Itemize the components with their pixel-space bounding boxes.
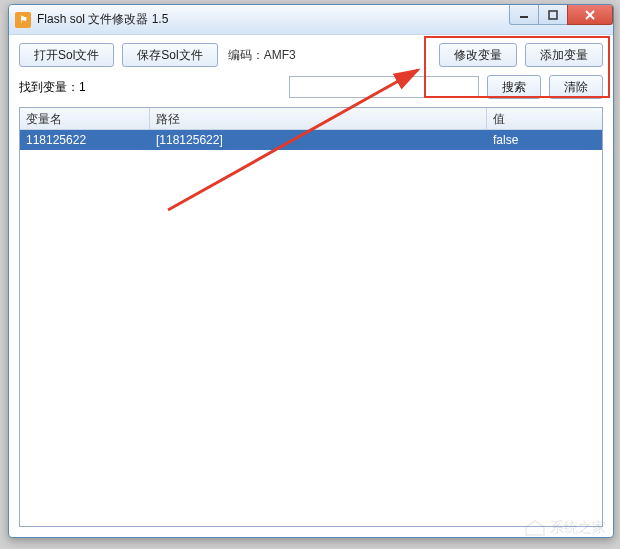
app-icon: ⚑ [15, 12, 31, 28]
encoding-label: 编码：AMF3 [228, 47, 296, 64]
modify-variable-button[interactable]: 修改变量 [439, 43, 517, 67]
found-count-label: 找到变量：1 [19, 79, 86, 96]
maximize-button[interactable] [538, 5, 568, 25]
save-file-button[interactable]: 保存Sol文件 [122, 43, 217, 67]
add-variable-button[interactable]: 添加变量 [525, 43, 603, 67]
col-header-value[interactable]: 值 [487, 108, 602, 129]
window-controls [510, 5, 613, 25]
col-header-path[interactable]: 路径 [150, 108, 487, 129]
table-body[interactable]: 118125622 [118125622] false [20, 130, 602, 526]
clear-button[interactable]: 清除 [549, 75, 603, 99]
app-window: ⚑ Flash sol 文件修改器 1.5 打开Sol文件 保存Sol文件 编码… [8, 4, 614, 538]
cell-value: false [487, 131, 602, 149]
col-header-name[interactable]: 变量名 [20, 108, 150, 129]
searchbar: 找到变量：1 搜索 清除 [9, 71, 613, 107]
table-header: 变量名 路径 值 [20, 108, 602, 130]
search-input[interactable] [289, 76, 479, 98]
cell-name: 118125622 [20, 131, 150, 149]
variable-table: 变量名 路径 值 118125622 [118125622] false [19, 107, 603, 527]
window-title: Flash sol 文件修改器 1.5 [37, 11, 168, 28]
toolbar: 打开Sol文件 保存Sol文件 编码：AMF3 修改变量 添加变量 [9, 35, 613, 71]
search-button[interactable]: 搜索 [487, 75, 541, 99]
minimize-button[interactable] [509, 5, 539, 25]
titlebar[interactable]: ⚑ Flash sol 文件修改器 1.5 [9, 5, 613, 35]
cell-path: [118125622] [150, 131, 487, 149]
table-row[interactable]: 118125622 [118125622] false [20, 130, 602, 150]
svg-rect-1 [549, 11, 557, 19]
open-file-button[interactable]: 打开Sol文件 [19, 43, 114, 67]
close-button[interactable] [567, 5, 613, 25]
